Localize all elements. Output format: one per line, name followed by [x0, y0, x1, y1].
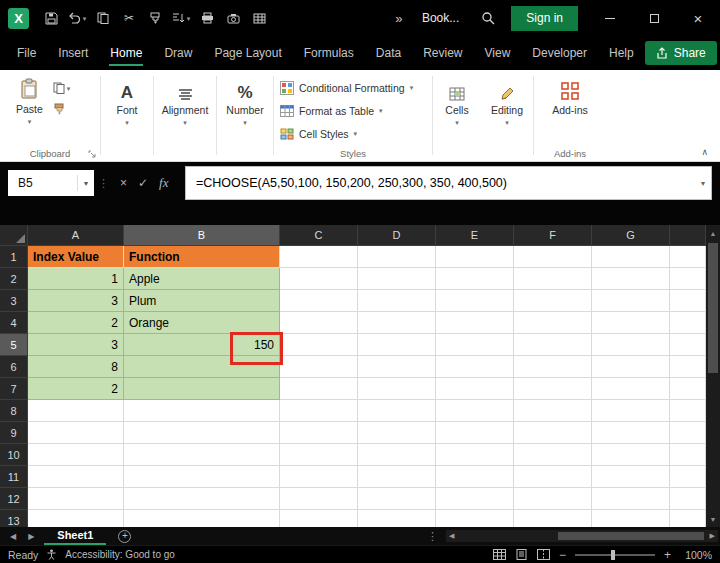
cell-G2[interactable] — [592, 268, 670, 290]
cell-E7[interactable] — [436, 378, 514, 400]
new-sheet-button[interactable]: + — [118, 530, 131, 543]
horizontal-scroll-thumb[interactable] — [558, 532, 704, 540]
addins-group[interactable]: Add-ins Add-ins — [534, 70, 606, 161]
cell-A13[interactable] — [28, 510, 124, 527]
cell-A5[interactable]: 3 — [28, 334, 124, 356]
table-button[interactable] — [248, 4, 270, 32]
cell-A6[interactable]: 8 — [28, 356, 124, 378]
cell-A12[interactable] — [28, 488, 124, 510]
scroll-up-icon[interactable]: ▲ — [706, 225, 720, 241]
row-header-7[interactable]: 7 — [0, 378, 28, 400]
cell-C7[interactable] — [280, 378, 358, 400]
search-button[interactable] — [477, 4, 499, 32]
cell-B3[interactable]: Plum — [124, 290, 280, 312]
cell-F13[interactable] — [514, 510, 592, 527]
cell-A11[interactable] — [28, 466, 124, 488]
cell-partial-7[interactable] — [670, 378, 706, 400]
scroll-left-icon[interactable]: ◀ — [449, 532, 454, 540]
name-box[interactable]: B5 ▾ — [8, 170, 94, 196]
cell-E2[interactable] — [436, 268, 514, 290]
paste-button[interactable]: Paste ▾ — [16, 78, 43, 125]
cell-D10[interactable] — [358, 444, 436, 466]
sort-button[interactable]: ▾ — [170, 4, 192, 32]
cell-E1[interactable] — [436, 246, 514, 268]
cell-D5[interactable] — [358, 334, 436, 356]
cell-C6[interactable] — [280, 356, 358, 378]
share-button[interactable]: Share — [645, 41, 717, 65]
column-header-D[interactable]: D — [358, 225, 436, 246]
cell-C9[interactable] — [280, 422, 358, 444]
row-header-9[interactable]: 9 — [0, 422, 28, 444]
cell-F7[interactable] — [514, 378, 592, 400]
row-header-10[interactable]: 10 — [0, 444, 28, 466]
cell-F4[interactable] — [514, 312, 592, 334]
cell-E5[interactable] — [436, 334, 514, 356]
menu-tab-view[interactable]: View — [474, 36, 522, 70]
cell-C11[interactable] — [280, 466, 358, 488]
cell-partial-3[interactable] — [670, 290, 706, 312]
copy-button[interactable] — [92, 4, 114, 32]
cell-E6[interactable] — [436, 356, 514, 378]
cell-B1[interactable]: Function — [124, 246, 280, 268]
copy-small-button[interactable]: ▾ — [53, 82, 71, 94]
cell-E10[interactable] — [436, 444, 514, 466]
cell-D1[interactable] — [358, 246, 436, 268]
font-group-button[interactable]: A Font ▾ — [101, 70, 153, 161]
print-button[interactable] — [196, 4, 218, 32]
cell-G6[interactable] — [592, 356, 670, 378]
select-all-corner[interactable] — [0, 225, 28, 246]
clipboard-dialog-launcher[interactable] — [88, 150, 96, 158]
cell-B2[interactable]: Apple — [124, 268, 280, 290]
cell-D7[interactable] — [358, 378, 436, 400]
cell-partial-2[interactable] — [670, 268, 706, 290]
horizontal-scrollbar[interactable]: ◀ ▶ — [446, 530, 718, 542]
cell-D11[interactable] — [358, 466, 436, 488]
row-header-2[interactable]: 2 — [0, 268, 28, 290]
quick-access-overflow-button[interactable]: » — [388, 4, 410, 32]
cell-B10[interactable] — [124, 444, 280, 466]
formula-input[interactable]: =CHOOSE(A5,50,100, 150,200, 250,300, 350… — [185, 166, 712, 200]
column-header-G[interactable]: G — [592, 225, 670, 246]
cell-C12[interactable] — [280, 488, 358, 510]
column-header-B[interactable]: B — [124, 225, 280, 246]
cell-B8[interactable] — [124, 400, 280, 422]
cell-partial-5[interactable] — [670, 334, 706, 356]
close-button[interactable]: × — [676, 0, 720, 36]
cell-D12[interactable] — [358, 488, 436, 510]
menu-tab-developer[interactable]: Developer — [521, 36, 598, 70]
number-group-button[interactable]: % Number ▾ — [217, 70, 273, 161]
menu-tab-home[interactable]: Home — [99, 36, 153, 70]
cell-F5[interactable] — [514, 334, 592, 356]
menu-tab-formulas[interactable]: Formulas — [293, 36, 365, 70]
row-header-4[interactable]: 4 — [0, 312, 28, 334]
cell-partial-6[interactable] — [670, 356, 706, 378]
cell-G4[interactable] — [592, 312, 670, 334]
row-header-6[interactable]: 6 — [0, 356, 28, 378]
cell-partial-1[interactable] — [670, 246, 706, 268]
cell-F6[interactable] — [514, 356, 592, 378]
cell-E11[interactable] — [436, 466, 514, 488]
format-painter-button[interactable] — [144, 4, 166, 32]
cell-G12[interactable] — [592, 488, 670, 510]
zoom-slider[interactable] — [575, 554, 655, 556]
cell-A10[interactable] — [28, 444, 124, 466]
page-break-view-button[interactable] — [537, 549, 550, 560]
conditional-formatting-button[interactable]: Conditional Formatting ▾ — [280, 78, 432, 97]
page-layout-view-button[interactable] — [515, 549, 528, 560]
accessibility-status[interactable]: Accessibility: Good to go — [65, 549, 175, 560]
cell-G1[interactable] — [592, 246, 670, 268]
cell-G7[interactable] — [592, 378, 670, 400]
cell-F2[interactable] — [514, 268, 592, 290]
excel-logo[interactable]: X — [8, 8, 29, 29]
cell-D3[interactable] — [358, 290, 436, 312]
cell-G8[interactable] — [592, 400, 670, 422]
cell-F3[interactable] — [514, 290, 592, 312]
cell-partial-12[interactable] — [670, 488, 706, 510]
menu-tab-data[interactable]: Data — [365, 36, 412, 70]
row-header-8[interactable]: 8 — [0, 400, 28, 422]
cell-G11[interactable] — [592, 466, 670, 488]
cell-G13[interactable] — [592, 510, 670, 527]
cell-F10[interactable] — [514, 444, 592, 466]
cell-F9[interactable] — [514, 422, 592, 444]
expand-formula-bar-icon[interactable]: ▾ — [701, 179, 705, 188]
